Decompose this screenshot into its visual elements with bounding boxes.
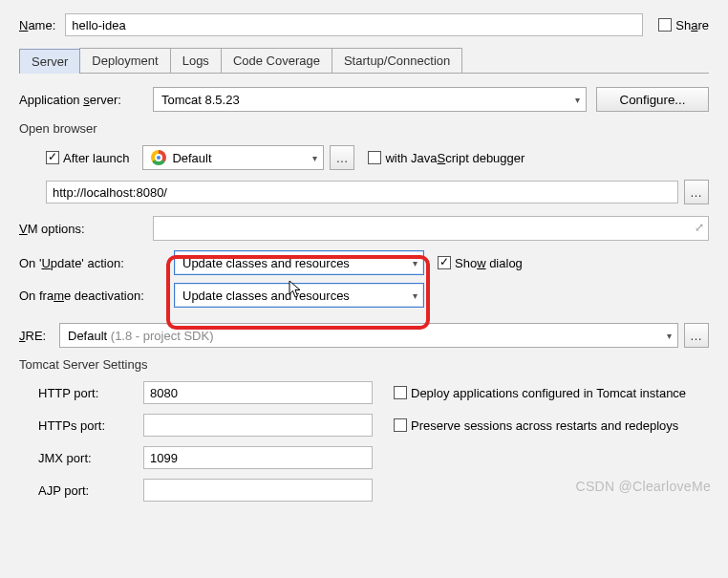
browser-select[interactable]: Default ▾: [142, 145, 324, 170]
preserve-checkbox[interactable]: [394, 418, 407, 432]
share-label: Share: [675, 18, 709, 32]
http-port-input[interactable]: [143, 381, 373, 404]
https-port-label: HTTPs port:: [38, 418, 143, 433]
expand-icon[interactable]: ⤢: [695, 221, 704, 234]
http-port-label: HTTP port:: [38, 386, 143, 400]
jre-more-button[interactable]: …: [684, 323, 709, 348]
preserve-label: Preserve sessions across restarts and re…: [411, 418, 678, 433]
ajp-port-input[interactable]: [143, 479, 373, 502]
ajp-port-label: AJP port:: [38, 483, 143, 498]
jre-label: JRE:: [19, 329, 59, 343]
browser-more-button[interactable]: …: [330, 145, 354, 170]
tab-code-coverage[interactable]: Code Coverage: [221, 48, 332, 73]
after-launch-checkbox[interactable]: [46, 151, 59, 164]
chevron-down-icon: ▾: [413, 258, 418, 268]
chevron-down-icon: ▾: [575, 95, 580, 105]
share-checkbox[interactable]: [658, 18, 672, 32]
show-dialog-checkbox[interactable]: [438, 256, 451, 269]
application-server-label: Application server:: [19, 93, 153, 107]
frame-deactivation-label: On frame deactivation:: [19, 289, 174, 303]
name-label: NName:ame:: [19, 18, 55, 32]
name-input[interactable]: [65, 13, 643, 36]
jmx-port-input[interactable]: [143, 446, 373, 469]
tab-startup-connection[interactable]: Startup/Connection: [332, 48, 462, 73]
tab-server[interactable]: Server: [19, 49, 80, 74]
chevron-down-icon: ▾: [667, 331, 672, 341]
tabs: Server Deployment Logs Code Coverage Sta…: [19, 48, 709, 74]
js-debugger-label: with JavaScript debugger: [385, 151, 525, 165]
tab-deployment[interactable]: Deployment: [79, 48, 170, 73]
url-more-button[interactable]: …: [684, 180, 709, 204]
deploy-checkbox[interactable]: [394, 386, 407, 399]
configure-button[interactable]: Configure...: [596, 87, 709, 112]
chevron-down-icon: ▾: [413, 290, 418, 301]
update-action-select[interactable]: Update classes and resources▾: [174, 250, 424, 275]
chevron-down-icon: ▾: [312, 153, 317, 163]
deploy-label: Deploy applications configured in Tomcat…: [411, 386, 686, 400]
jre-select[interactable]: Default (1.8 - project SDK) ▾: [59, 323, 678, 348]
chrome-icon: [151, 150, 166, 165]
watermark: CSDN @ClearloveMe: [576, 479, 711, 494]
open-browser-title: Open browser: [19, 121, 709, 136]
https-port-input[interactable]: [143, 414, 373, 437]
vm-options-input[interactable]: ⤢: [153, 216, 709, 241]
tomcat-settings-title: Tomcat Server Settings: [19, 357, 709, 372]
show-dialog-label: Show dialog: [455, 256, 523, 270]
js-debugger-checkbox[interactable]: [368, 151, 381, 164]
update-action-label: On 'Update' action:: [19, 256, 174, 270]
tab-logs[interactable]: Logs: [170, 48, 222, 73]
url-input[interactable]: [46, 181, 678, 203]
vm-options-label: VM options:: [19, 222, 153, 236]
after-launch-label: After launch: [63, 151, 129, 165]
frame-deactivation-select[interactable]: Update classes and resources▾: [174, 283, 424, 308]
jmx-port-label: JMX port:: [38, 451, 143, 465]
application-server-select[interactable]: Tomcat 8.5.23▾: [153, 87, 587, 112]
